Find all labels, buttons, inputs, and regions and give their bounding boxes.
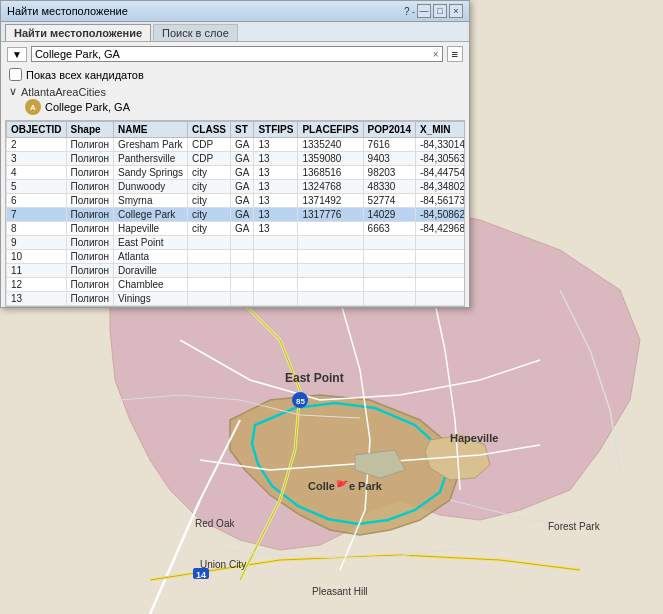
close-btn[interactable]: × — [449, 4, 463, 18]
col-placefips: PLACEFIPS — [298, 122, 363, 138]
show-all-candidates-label: Показ всех кандидатов — [26, 69, 144, 81]
table-row[interactable]: 10ПолигонAtlanta — [7, 250, 466, 264]
col-shape: Shape — [66, 122, 113, 138]
table-row[interactable]: 4ПолигонSandy SpringscityGA1313685169820… — [7, 166, 466, 180]
table-row[interactable]: 13ПолигонVinings — [7, 292, 466, 306]
svg-text:Forest Park: Forest Park — [548, 521, 601, 532]
table-row[interactable]: 11ПолигонDoraville — [7, 264, 466, 278]
svg-text:Pleasant Hill: Pleasant Hill — [312, 586, 368, 597]
panel-tabs: Найти местоположение Поиск в слое — [1, 22, 469, 42]
tab-find-location[interactable]: Найти местоположение — [5, 24, 151, 41]
table-row[interactable]: 3ПолигонPanthersvilleCDPGA1313590809403-… — [7, 152, 466, 166]
find-location-panel: Найти местоположение ? - — □ × Найти мес… — [0, 0, 470, 308]
dropdown-arrow-icon: ▼ — [12, 49, 22, 60]
table-row[interactable]: 2ПолигонGresham ParkCDPGA1313352407616-8… — [7, 138, 466, 152]
table-row[interactable]: 8ПолигонHapevillecityGA136663-84,4296813… — [7, 222, 466, 236]
minimize-btn[interactable]: — — [417, 4, 431, 18]
col-class: CLASS — [188, 122, 231, 138]
col-stfips: STFIPS — [254, 122, 298, 138]
svg-text:85: 85 — [296, 397, 305, 406]
checkbox-row: Показ всех кандидатов — [1, 66, 469, 83]
results-table-container: OBJECTID Shape NAME CLASS ST STFIPS PLAC… — [5, 120, 465, 307]
table-row[interactable]: 7ПолигонCollege ParkcityGA13131777614029… — [7, 208, 466, 222]
maximize-btn[interactable]: □ — [433, 4, 447, 18]
table-header: OBJECTID Shape NAME CLASS ST STFIPS PLAC… — [7, 122, 466, 138]
location-item-label: College Park, GA — [45, 101, 130, 113]
location-icon: A — [25, 99, 41, 115]
search-clear-btn[interactable]: × — [433, 49, 439, 60]
col-xmin: X_MIN — [415, 122, 465, 138]
search-input[interactable] — [35, 48, 431, 60]
table-row[interactable]: 6ПолигонSmyrnacityGA13137149252774-84,56… — [7, 194, 466, 208]
source-label: AtlantaAreaCities — [21, 86, 106, 98]
source-chevron-icon: ∨ — [9, 85, 17, 98]
results-table: OBJECTID Shape NAME CLASS ST STFIPS PLAC… — [6, 121, 465, 306]
col-pop2014: POP2014 — [363, 122, 415, 138]
search-menu-btn[interactable]: ≡ — [447, 46, 463, 62]
col-st: ST — [230, 122, 253, 138]
svg-text:Red Oak: Red Oak — [195, 518, 235, 529]
tab-search-layer[interactable]: Поиск в слое — [153, 24, 238, 41]
location-source: ∨ AtlantaAreaCities A College Park, GA — [1, 83, 469, 116]
panel-controls: ? - — □ × — [404, 4, 463, 18]
separator: - — [412, 6, 415, 17]
source-header[interactable]: ∨ AtlantaAreaCities — [9, 85, 461, 98]
svg-text:East Point: East Point — [285, 371, 344, 385]
source-dropdown-btn[interactable]: ▼ — [7, 47, 27, 62]
svg-text:Hapeville: Hapeville — [450, 432, 498, 444]
panel-titlebar: Найти местоположение ? - — □ × — [1, 1, 469, 22]
help-btn[interactable]: ? — [404, 6, 410, 17]
table-body: 2ПолигонGresham ParkCDPGA1313352407616-8… — [7, 138, 466, 306]
search-input-wrap: × — [31, 46, 443, 62]
table-row[interactable]: 5ПолигонDunwoodycityGA13132476848330-84,… — [7, 180, 466, 194]
show-all-candidates-checkbox[interactable] — [9, 68, 22, 81]
svg-text:Colle🚩e Park: Colle🚩e Park — [308, 479, 383, 493]
search-row: ▼ × ≡ — [1, 42, 469, 66]
col-objectid: OBJECTID — [7, 122, 67, 138]
svg-text:14: 14 — [196, 570, 206, 580]
table-row[interactable]: 12ПолигонChamblee — [7, 278, 466, 292]
panel-title: Найти местоположение — [7, 5, 128, 17]
table-row[interactable]: 9ПолигонEast Point — [7, 236, 466, 250]
col-name: NAME — [114, 122, 188, 138]
location-item[interactable]: A College Park, GA — [9, 98, 461, 116]
